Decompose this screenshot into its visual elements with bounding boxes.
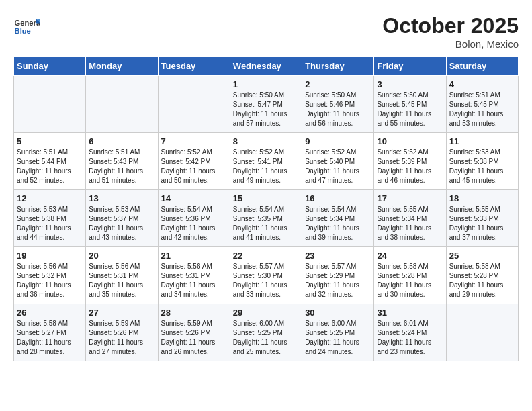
day-number: 12: [17, 193, 83, 203]
calendar-header-row: Sunday Monday Tuesday Wednesday Thursday…: [14, 57, 519, 76]
table-row: 2Sunrise: 5:50 AM Sunset: 5:46 PM Daylig…: [302, 76, 374, 133]
day-number: 1: [233, 79, 299, 89]
day-number: 9: [305, 136, 371, 146]
day-number: 21: [161, 250, 227, 261]
col-monday: Monday: [86, 57, 158, 76]
day-number: 17: [377, 193, 443, 203]
table-row: 12Sunrise: 5:53 AM Sunset: 5:38 PM Dayli…: [14, 190, 86, 247]
cell-content: Sunrise: 5:50 AM Sunset: 5:47 PM Dayligh…: [233, 91, 299, 128]
day-number: 31: [377, 308, 443, 318]
table-row: 31Sunrise: 6:01 AM Sunset: 5:24 PM Dayli…: [374, 304, 446, 361]
table-row: 30Sunrise: 6:00 AM Sunset: 5:25 PM Dayli…: [302, 304, 374, 361]
table-row: 7Sunrise: 5:52 AM Sunset: 5:42 PM Daylig…: [158, 133, 230, 190]
svg-text:Blue: Blue: [15, 27, 31, 35]
table-row: 4Sunrise: 5:51 AM Sunset: 5:45 PM Daylig…: [446, 76, 518, 133]
day-number: 16: [305, 193, 371, 203]
table-row: 28Sunrise: 5:59 AM Sunset: 5:26 PM Dayli…: [158, 304, 230, 361]
col-wednesday: Wednesday: [230, 57, 302, 76]
cell-content: Sunrise: 5:58 AM Sunset: 5:28 PM Dayligh…: [377, 262, 443, 300]
cell-content: Sunrise: 5:58 AM Sunset: 5:28 PM Dayligh…: [449, 262, 515, 300]
day-number: 6: [89, 136, 154, 146]
table-row: 23Sunrise: 5:57 AM Sunset: 5:29 PM Dayli…: [302, 247, 374, 304]
cell-content: Sunrise: 5:57 AM Sunset: 5:30 PM Dayligh…: [233, 262, 299, 300]
cell-content: Sunrise: 5:58 AM Sunset: 5:27 PM Dayligh…: [17, 319, 83, 357]
table-row: 6Sunrise: 5:51 AM Sunset: 5:43 PM Daylig…: [86, 133, 158, 190]
logo-icon: General Blue: [13, 13, 40, 40]
table-row: 17Sunrise: 5:55 AM Sunset: 5:34 PM Dayli…: [374, 190, 446, 247]
day-number: 26: [17, 308, 83, 318]
day-number: 29: [233, 308, 299, 318]
cell-content: Sunrise: 5:52 AM Sunset: 5:39 PM Dayligh…: [377, 148, 443, 185]
cell-content: Sunrise: 5:53 AM Sunset: 5:37 PM Dayligh…: [89, 205, 154, 242]
calendar-table: Sunday Monday Tuesday Wednesday Thursday…: [13, 56, 519, 361]
table-row: 11Sunrise: 5:53 AM Sunset: 5:38 PM Dayli…: [446, 133, 518, 190]
table-row: 25Sunrise: 5:58 AM Sunset: 5:28 PM Dayli…: [446, 247, 518, 304]
location-subtitle: Bolon, Mexico: [382, 38, 519, 50]
table-row: 24Sunrise: 5:58 AM Sunset: 5:28 PM Dayli…: [374, 247, 446, 304]
day-number: 3: [377, 79, 443, 89]
table-row: 21Sunrise: 5:56 AM Sunset: 5:31 PM Dayli…: [158, 247, 230, 304]
table-row: 29Sunrise: 6:00 AM Sunset: 5:25 PM Dayli…: [230, 304, 302, 361]
table-row: 16Sunrise: 5:54 AM Sunset: 5:34 PM Dayli…: [302, 190, 374, 247]
day-number: 2: [305, 79, 371, 89]
day-number: 22: [233, 250, 299, 261]
cell-content: Sunrise: 6:01 AM Sunset: 5:24 PM Dayligh…: [377, 319, 443, 357]
cell-content: Sunrise: 5:54 AM Sunset: 5:34 PM Dayligh…: [305, 205, 371, 242]
col-friday: Friday: [374, 57, 446, 76]
cell-content: Sunrise: 5:51 AM Sunset: 5:43 PM Dayligh…: [89, 148, 154, 185]
cell-content: Sunrise: 5:50 AM Sunset: 5:46 PM Dayligh…: [305, 91, 371, 128]
cell-content: Sunrise: 5:55 AM Sunset: 5:34 PM Dayligh…: [377, 205, 443, 242]
day-number: 23: [305, 250, 371, 261]
cell-content: Sunrise: 5:57 AM Sunset: 5:29 PM Dayligh…: [305, 262, 371, 300]
cell-content: Sunrise: 5:54 AM Sunset: 5:35 PM Dayligh…: [233, 205, 299, 242]
table-row: 27Sunrise: 5:59 AM Sunset: 5:26 PM Dayli…: [86, 304, 158, 361]
title-block: October 2025 Bolon, Mexico: [382, 13, 519, 50]
day-number: 5: [17, 136, 83, 146]
day-number: 19: [17, 250, 83, 261]
table-row: 14Sunrise: 5:54 AM Sunset: 5:36 PM Dayli…: [158, 190, 230, 247]
table-row: 13Sunrise: 5:53 AM Sunset: 5:37 PM Dayli…: [86, 190, 158, 247]
month-title: October 2025: [382, 13, 519, 38]
table-row: [158, 76, 230, 133]
calendar-week-row: 19Sunrise: 5:56 AM Sunset: 5:32 PM Dayli…: [14, 247, 519, 304]
cell-content: Sunrise: 5:54 AM Sunset: 5:36 PM Dayligh…: [161, 205, 227, 242]
table-row: [446, 304, 518, 361]
calendar-week-row: 5Sunrise: 5:51 AM Sunset: 5:44 PM Daylig…: [14, 133, 519, 190]
cell-content: Sunrise: 5:52 AM Sunset: 5:40 PM Dayligh…: [305, 148, 371, 185]
cell-content: Sunrise: 5:51 AM Sunset: 5:44 PM Dayligh…: [17, 148, 83, 185]
calendar-week-row: 26Sunrise: 5:58 AM Sunset: 5:27 PM Dayli…: [14, 304, 519, 361]
day-number: 4: [449, 79, 515, 89]
day-number: 25: [449, 250, 515, 261]
cell-content: Sunrise: 6:00 AM Sunset: 5:25 PM Dayligh…: [233, 319, 299, 357]
table-row: 1Sunrise: 5:50 AM Sunset: 5:47 PM Daylig…: [230, 76, 302, 133]
day-number: 7: [161, 136, 227, 146]
table-row: 18Sunrise: 5:55 AM Sunset: 5:33 PM Dayli…: [446, 190, 518, 247]
day-number: 15: [233, 193, 299, 203]
cell-content: Sunrise: 5:51 AM Sunset: 5:45 PM Dayligh…: [449, 91, 515, 128]
day-number: 11: [449, 136, 515, 146]
day-number: 10: [377, 136, 443, 146]
cell-content: Sunrise: 5:56 AM Sunset: 5:31 PM Dayligh…: [161, 262, 227, 300]
cell-content: Sunrise: 6:00 AM Sunset: 5:25 PM Dayligh…: [305, 319, 371, 357]
table-row: 20Sunrise: 5:56 AM Sunset: 5:31 PM Dayli…: [86, 247, 158, 304]
calendar-week-row: 12Sunrise: 5:53 AM Sunset: 5:38 PM Dayli…: [14, 190, 519, 247]
table-row: [86, 76, 158, 133]
day-number: 30: [305, 308, 371, 318]
day-number: 8: [233, 136, 299, 146]
col-sunday: Sunday: [14, 57, 86, 76]
cell-content: Sunrise: 5:55 AM Sunset: 5:33 PM Dayligh…: [449, 205, 515, 242]
day-number: 14: [161, 193, 227, 203]
calendar-week-row: 1Sunrise: 5:50 AM Sunset: 5:47 PM Daylig…: [14, 76, 519, 133]
day-number: 24: [377, 250, 443, 261]
table-row: 3Sunrise: 5:50 AM Sunset: 5:45 PM Daylig…: [374, 76, 446, 133]
cell-content: Sunrise: 5:59 AM Sunset: 5:26 PM Dayligh…: [161, 319, 227, 357]
table-row: 8Sunrise: 5:52 AM Sunset: 5:41 PM Daylig…: [230, 133, 302, 190]
table-row: 9Sunrise: 5:52 AM Sunset: 5:40 PM Daylig…: [302, 133, 374, 190]
day-number: 27: [89, 308, 154, 318]
page-header: General Blue October 2025 Bolon, Mexico: [13, 13, 519, 50]
day-number: 20: [89, 250, 154, 261]
cell-content: Sunrise: 5:52 AM Sunset: 5:42 PM Dayligh…: [161, 148, 227, 185]
cell-content: Sunrise: 5:53 AM Sunset: 5:38 PM Dayligh…: [449, 148, 515, 185]
table-row: 19Sunrise: 5:56 AM Sunset: 5:32 PM Dayli…: [14, 247, 86, 304]
day-number: 13: [89, 193, 154, 203]
